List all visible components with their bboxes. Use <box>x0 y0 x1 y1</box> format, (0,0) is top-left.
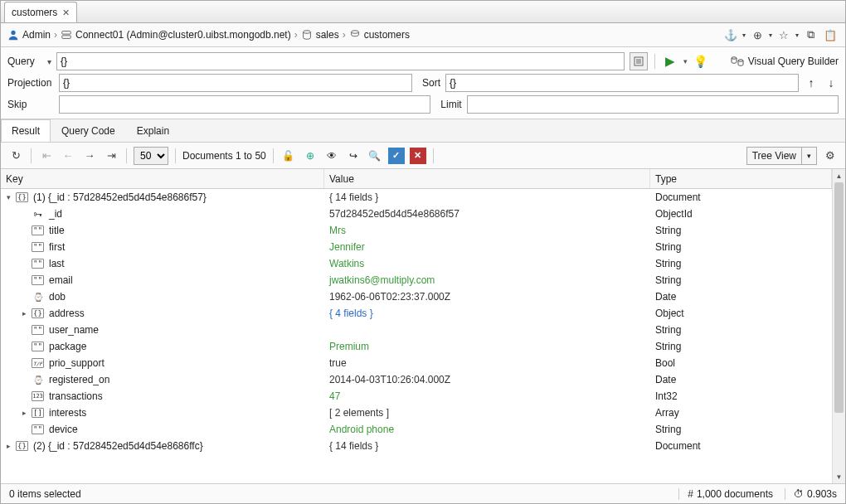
last-page-button[interactable]: ⇥ <box>103 148 119 164</box>
table-row[interactable]: ▸[] interests[ 2 elements ]Array <box>1 405 832 421</box>
column-type[interactable]: Type <box>650 169 832 188</box>
table-row[interactable]: "" emailjwatkins6@multiply.comString <box>1 272 832 288</box>
find-button[interactable]: 🔍 <box>367 148 383 164</box>
chevron-right-icon[interactable]: ▸ <box>20 409 29 417</box>
table-row[interactable]: "" firstJenniferString <box>1 239 832 255</box>
clock-icon: ⏱ <box>794 488 804 500</box>
column-key[interactable]: Key <box>1 169 324 188</box>
query-input[interactable] <box>56 52 625 70</box>
tab-explain[interactable]: Explain <box>126 119 180 142</box>
type-label: Object <box>650 308 832 319</box>
type-icon: "" <box>32 325 44 335</box>
tab-customers[interactable]: customers ✕ <box>4 2 77 22</box>
separator <box>433 148 434 163</box>
server-icon <box>61 29 72 41</box>
table-row[interactable]: ▸{} (2) {_id : 57d28452ed5d4d54e8686ffc}… <box>1 438 832 454</box>
table-row[interactable]: ▾{} (1) {_id : 57d28452ed5d4d54e8686f57}… <box>1 189 832 206</box>
limit-label: Limit <box>440 99 461 110</box>
user-icon <box>7 29 19 41</box>
breadcrumb-db[interactable]: sales <box>316 29 339 41</box>
hint-button[interactable]: 💡 <box>693 53 709 70</box>
chevron-down-icon[interactable]: ▾ <box>742 32 746 39</box>
chevron-down-icon[interactable]: ▾ <box>795 32 799 39</box>
star-icon[interactable]: ☆ <box>776 27 792 43</box>
breadcrumb-collection[interactable]: customers <box>364 29 410 41</box>
run-button[interactable]: ▶ <box>662 53 678 70</box>
limit-input[interactable] <box>467 95 839 114</box>
type-icon: {} <box>16 192 28 202</box>
table-row[interactable]: "" deviceAndroid phoneString <box>1 421 832 438</box>
table-row[interactable]: "" user_nameString <box>1 322 832 338</box>
first-page-button[interactable]: ⇤ <box>38 148 55 164</box>
export-button[interactable]: ↪ <box>345 148 362 164</box>
type-label: String <box>650 274 832 286</box>
key-label: title <box>49 225 65 236</box>
value-label: Watkins <box>324 258 650 269</box>
table-row[interactable]: T/F prio_supporttrueBool <box>1 355 832 371</box>
settings-button[interactable]: ⚙ <box>822 148 839 164</box>
chevron-right-icon[interactable]: ▸ <box>4 442 13 450</box>
scroll-thumb[interactable] <box>834 182 844 413</box>
table-row[interactable]: "" lastWatkinsString <box>1 255 832 272</box>
table-row[interactable]: 123 transactions47Int32 <box>1 388 832 405</box>
chevron-down-icon[interactable]: ▾ <box>769 32 772 39</box>
type-label: Bool <box>650 357 832 369</box>
selection-status: 0 items selected <box>9 488 81 500</box>
paste-icon[interactable]: 📋 <box>822 27 839 43</box>
page-size-select[interactable]: 50 <box>134 147 168 165</box>
close-icon[interactable]: ✕ <box>62 7 70 18</box>
table-row[interactable]: "" packagePremiumString <box>1 338 832 355</box>
table-row[interactable]: ▸{} address{ 4 fields }Object <box>1 305 832 322</box>
chevron-down-icon: ▾ <box>801 148 816 164</box>
breadcrumb-connection[interactable]: Connect01 (Admin@cluster0.uibst.mongodb.… <box>75 29 291 41</box>
scroll-up-icon[interactable]: ▲ <box>833 169 845 182</box>
breadcrumb-user[interactable]: Admin <box>22 29 51 41</box>
key-label: first <box>49 241 65 253</box>
value-label: 1962-06-06T02:23:37.000Z <box>324 291 650 303</box>
value-label: { 14 fields } <box>324 440 650 452</box>
column-value[interactable]: Value <box>324 169 650 188</box>
apply-button[interactable]: ✓ <box>388 148 405 164</box>
chevron-down-icon[interactable]: ▾ <box>47 57 51 66</box>
tab-label: Result <box>12 125 40 137</box>
chevron-down-icon[interactable]: ▾ <box>683 57 688 65</box>
vertical-scrollbar[interactable]: ▲ ▼ <box>832 169 845 483</box>
result-tabs: Result Query Code Explain <box>1 119 845 143</box>
type-label: Document <box>650 440 832 452</box>
tab-result[interactable]: Result <box>1 119 51 142</box>
table-row[interactable]: ⌚ registered_on2014-04-03T10:26:04.000ZD… <box>1 371 832 388</box>
elapsed-status: ⏱ 0.903s <box>785 488 837 500</box>
view-mode-select[interactable]: Tree View ▾ <box>746 147 817 165</box>
key-label: (2) {_id : 57d28452ed5d4d54e8686ffc} <box>33 440 203 452</box>
value-label: Android phone <box>324 424 650 435</box>
visual-query-builder-label: Visual Query Builder <box>748 56 839 67</box>
sort-desc-button[interactable]: ↓ <box>824 75 839 91</box>
query-options-button[interactable] <box>630 52 648 70</box>
chevron-down-icon[interactable]: ▾ <box>4 193 13 201</box>
wand-icon[interactable]: ⊕ <box>749 27 766 43</box>
table-row[interactable]: "" titleMrsString <box>1 222 832 239</box>
svg-rect-1 <box>62 32 71 35</box>
discard-button[interactable]: ✕ <box>410 148 426 164</box>
add-document-button[interactable]: ⊕ <box>302 148 318 164</box>
key-label: email <box>49 274 73 286</box>
anchor-icon[interactable]: ⚓ <box>722 27 739 43</box>
sort-asc-button[interactable]: ↑ <box>804 75 819 91</box>
skip-input[interactable] <box>59 95 430 114</box>
status-bar: 0 items selected # 1,000 documents ⏱ 0.9… <box>1 483 845 503</box>
projection-input[interactable] <box>59 74 412 92</box>
prev-page-button[interactable]: ← <box>60 148 76 164</box>
view-document-button[interactable]: 👁 <box>323 148 340 164</box>
refresh-button[interactable]: ↻ <box>7 148 24 164</box>
scroll-down-icon[interactable]: ▼ <box>833 470 845 483</box>
key-label: address <box>49 308 85 319</box>
table-row[interactable]: ⌚ dob1962-06-06T02:23:37.000ZDate <box>1 288 832 305</box>
visual-query-builder-button[interactable]: Visual Query Builder <box>731 56 839 67</box>
copy-icon[interactable]: ⧉ <box>802 27 819 43</box>
next-page-button[interactable]: → <box>81 148 98 164</box>
lock-button[interactable]: 🔓 <box>280 148 297 164</box>
chevron-right-icon[interactable]: ▸ <box>20 309 29 317</box>
tab-query-code[interactable]: Query Code <box>51 119 126 142</box>
sort-input[interactable] <box>445 74 799 92</box>
table-row[interactable]: 🗝 _id57d28452ed5d4d54e8686f57ObjectId <box>1 206 832 222</box>
